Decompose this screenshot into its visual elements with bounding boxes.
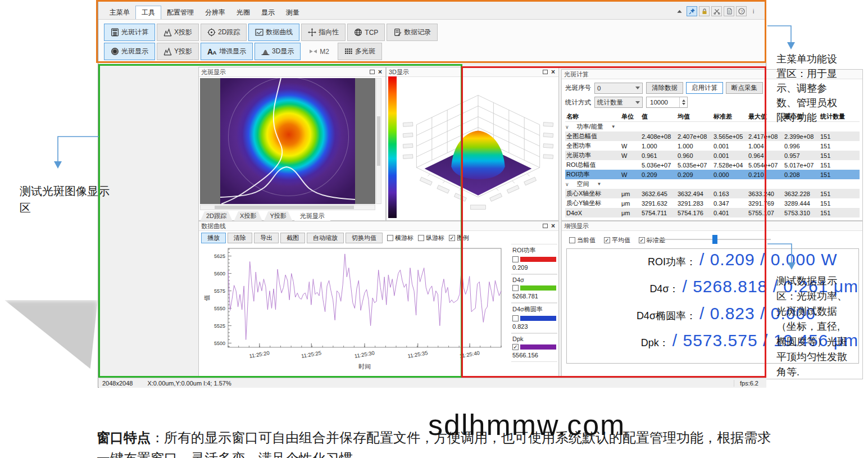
menu-item-主菜单[interactable]: 主菜单 xyxy=(104,6,135,19)
curve-checkbox-横游标[interactable]: 横游标 xyxy=(387,234,413,242)
stat-count-spinner[interactable]: 10000 xyxy=(646,97,688,108)
toolbar-button-y-projection[interactable]: Y投影 xyxy=(157,43,199,60)
checkbox-unchecked[interactable] xyxy=(418,235,424,241)
enhanced-label: Dpk： xyxy=(567,336,669,350)
menu-item-分辨率[interactable]: 分辨率 xyxy=(199,6,231,19)
table-row[interactable]: 质心Y轴坐标μm3291.6323291.2830.3473291.769328… xyxy=(565,198,860,208)
slider-handle[interactable] xyxy=(712,235,717,244)
filter-dropdown-icon[interactable]: ▼ xyxy=(597,182,602,187)
row-cell: μm xyxy=(620,200,640,207)
filter-dropdown-icon[interactable]: ▼ xyxy=(611,124,616,129)
toolbar-button-m2[interactable]: M2 xyxy=(302,43,336,60)
checkbox-checked[interactable]: ✓ xyxy=(449,235,455,241)
horizontal-scrollbar[interactable] xyxy=(200,205,375,210)
toolbar-button-curve-chart[interactable]: 数据曲线 xyxy=(248,24,299,41)
legend-checkbox[interactable]: ✓ xyxy=(512,344,519,350)
spinner-arrows[interactable] xyxy=(679,97,687,107)
curve-checkbox-纵游标[interactable]: 纵游标 xyxy=(418,234,444,242)
tab-X投影[interactable]: X投影 xyxy=(234,211,262,221)
info-icon[interactable]: i xyxy=(748,6,759,16)
toolbar-button-calculator[interactable]: 光斑计算 xyxy=(104,24,155,41)
menu-item-测量[interactable]: 测量 xyxy=(280,6,305,19)
toolbar-button-beam-spot[interactable]: 光斑显示 xyxy=(104,43,155,60)
toolbar-button-multi-spot-grid[interactable]: 多光斑 xyxy=(338,43,382,60)
vertical-scrollbar[interactable] xyxy=(376,78,381,204)
surface-3d-plot[interactable] xyxy=(398,75,558,218)
beam-seq-dropdown[interactable]: 0 xyxy=(594,83,643,94)
document-icon[interactable] xyxy=(724,6,734,16)
scissors-icon[interactable] xyxy=(711,6,722,16)
column-header: 名称 xyxy=(565,112,620,121)
row-cell: 151 xyxy=(819,133,848,140)
float-window-icon[interactable] xyxy=(370,70,375,74)
line-chart[interactable]: 55005525555055755600562511:25:2011:25:25… xyxy=(202,245,509,373)
status-bar: 2048x2048 X:0.00um,Y:0.00um I:4; 1.57% f… xyxy=(99,378,766,388)
legend-item-Dpk: Dpk✓5566.156 xyxy=(511,333,557,362)
table-row[interactable]: 光斑功率W0.9610.9600.0010.9640.957151 xyxy=(565,151,860,160)
close-icon[interactable]: × xyxy=(378,69,382,75)
status-left: 2048x2048 X:0.00um,Y:0.00um I:4; 1.57% xyxy=(99,380,231,387)
help-icon[interactable]: ? xyxy=(736,6,747,16)
curve-button-清除[interactable]: 清除 xyxy=(228,233,252,243)
table-group-row[interactable]: ∨空间▼ xyxy=(565,179,860,189)
stat-mode-dropdown[interactable]: 统计数量 xyxy=(594,97,643,108)
legend-item-D4σ: D4σ5268.781 xyxy=(511,274,557,303)
curve-checkbox-图例[interactable]: ✓图例 xyxy=(449,234,469,242)
close-icon[interactable]: × xyxy=(551,69,555,75)
surface-3d-icon xyxy=(261,47,270,56)
table-row[interactable]: 全图总幅值2.408e+082.407e+083.565e+052.417e+0… xyxy=(565,131,860,141)
pin-icon[interactable] xyxy=(687,6,697,16)
toolbar-button-target[interactable]: 2D跟踪 xyxy=(201,24,247,41)
calc-button-启用计算[interactable]: 启用计算 xyxy=(686,82,723,94)
toolbar-button-surface-3d[interactable]: 3D显示 xyxy=(255,43,301,60)
toolbar-button-pointing-arrows[interactable]: 指向性 xyxy=(301,24,346,41)
legend-checkbox[interactable] xyxy=(512,285,519,291)
table-row[interactable]: ROI总幅值5.036e+075.035e+077.528e+045.054e+… xyxy=(565,160,860,170)
checkbox-unchecked[interactable] xyxy=(387,235,393,241)
legend-checkbox[interactable] xyxy=(512,315,519,321)
legend-checkbox[interactable] xyxy=(512,256,519,262)
curve-button-切换均值[interactable]: 切换均值 xyxy=(346,233,383,243)
lock-icon[interactable] xyxy=(699,6,710,16)
row-cell: W xyxy=(620,143,640,149)
curve-button-导出[interactable]: 导出 xyxy=(254,233,279,243)
table-row[interactable]: ROI功率W0.2090.2090.0000.2100.208151 xyxy=(565,170,860,179)
checkbox-checked[interactable]: ✓ xyxy=(639,237,645,243)
table-row[interactable]: 全图功率W1.0001.0000.0011.0040.996151 xyxy=(565,141,860,151)
checkbox-checked[interactable]: ✓ xyxy=(604,237,610,243)
enhance-checkbox-平均值[interactable]: ✓平均值 xyxy=(604,236,630,244)
checkbox-unchecked[interactable] xyxy=(569,237,575,243)
calc-button-断点采集[interactable]: 断点采集 xyxy=(726,82,763,94)
table-row[interactable]: 质心X轴坐标μm3632.6453632.4940.1633633.240363… xyxy=(565,189,860,198)
toolbar-button-font-size[interactable]: AA增强显示 xyxy=(201,43,253,60)
enhance-checkbox-标准差[interactable]: ✓标准差 xyxy=(639,236,665,244)
curve-button-截图[interactable]: 截图 xyxy=(280,233,305,243)
float-window-icon[interactable] xyxy=(543,70,548,74)
menu-item-显示[interactable]: 显示 xyxy=(256,6,280,19)
close-icon[interactable]: × xyxy=(551,223,555,229)
row-cell: 1.000 xyxy=(676,143,712,149)
enhance-checkbox-当前值[interactable]: 当前值 xyxy=(569,236,596,244)
toolbar-button-record-clipboard[interactable]: 数据记录 xyxy=(387,24,438,41)
toolbar-button-x-projection[interactable]: X投影 xyxy=(157,24,199,41)
font-size-slider[interactable] xyxy=(646,239,771,240)
tab-2D跟踪[interactable]: 2D跟踪 xyxy=(200,211,233,221)
enhanced-value: / 0.209 / 0.000 W xyxy=(696,250,858,269)
row-cell: 2.399e+08 xyxy=(783,133,819,140)
float-window-icon[interactable] xyxy=(543,224,548,228)
collapse-up-icon[interactable] xyxy=(674,6,685,16)
menu-item-光圈[interactable]: 光圈 xyxy=(231,6,256,19)
menu-item-工具[interactable]: 工具 xyxy=(135,6,161,20)
checkbox-label: 当前值 xyxy=(577,236,596,244)
toolbar-button-globe[interactable]: TCP xyxy=(347,24,385,41)
calc-button-清除数据[interactable]: 清除数据 xyxy=(646,82,683,94)
table-row[interactable]: D4σXμm5754.7115754.1760.4015755.1075753.… xyxy=(565,208,860,217)
curve-button-自动缩放[interactable]: 自动缩放 xyxy=(307,233,344,243)
legend-name: Dpk xyxy=(512,335,556,342)
beam-image-viewport[interactable] xyxy=(200,78,375,204)
menu-item-配置管理[interactable]: 配置管理 xyxy=(161,6,199,19)
curve-button-播放[interactable]: 播放 xyxy=(201,233,226,243)
toolbar-button-label: 数据曲线 xyxy=(266,28,293,37)
tab-光斑显示[interactable]: 光斑显示 xyxy=(294,211,331,221)
tab-Y投影[interactable]: Y投影 xyxy=(263,211,292,221)
